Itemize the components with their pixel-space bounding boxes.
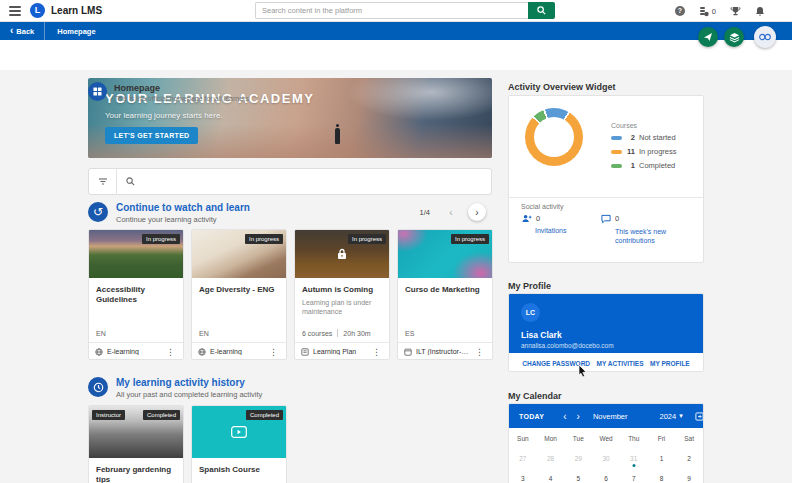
- filter-search-button[interactable]: [117, 169, 144, 194]
- history-section-header: My learning activity history All your pa…: [88, 377, 492, 401]
- course-card[interactable]: In progress Accessibility Guidelines EN …: [88, 229, 184, 360]
- help-icon: ?: [675, 6, 685, 16]
- profile-email: annalisa.colombo@docebo.com: [521, 342, 614, 349]
- calendar-year-dropdown[interactable]: 2024 ▾: [660, 412, 683, 421]
- course-card[interactable]: In progress Age Diversity - ENG EN E-lea…: [191, 229, 287, 360]
- legend-count: 11: [626, 147, 635, 156]
- profile-actions: CHANGE PASSWORD MY ACTIVITIES MY PROFILE: [509, 353, 703, 372]
- history-section-subtitle: All your past and completed learning act…: [116, 390, 262, 399]
- rewards-button[interactable]: [729, 5, 741, 17]
- page-subtitle: This is the official homepage for all le…: [114, 95, 249, 102]
- get-started-button[interactable]: LET'S GET STARTED: [105, 127, 198, 144]
- day-name: Thu: [620, 428, 648, 448]
- dashboard-grid-icon: [93, 87, 102, 96]
- card-menu-button[interactable]: ⋮: [473, 347, 486, 357]
- filter-button[interactable]: [89, 169, 116, 194]
- course-card[interactable]: Instructor Completed February gardening …: [88, 405, 184, 483]
- course-card[interactable]: In progress Curso de Marketing ES ILT (I…: [397, 229, 493, 360]
- invitations-link[interactable]: Invitations: [535, 226, 567, 235]
- continue-section-header: ↺ Continue to watch and learn Continue y…: [88, 202, 492, 226]
- calendar-day-number: 31: [630, 455, 637, 462]
- paper-plane-icon: [703, 32, 713, 42]
- person-add-icon: [521, 214, 532, 223]
- calendar-day[interactable]: 28: [537, 448, 565, 468]
- calendar-day[interactable]: 1: [648, 448, 676, 468]
- calendar-day[interactable]: 2: [675, 448, 703, 468]
- calendar-header: TODAY ‹ › November 2024 ▾: [509, 404, 703, 428]
- day-name: Fri: [648, 428, 676, 448]
- carousel-next-button[interactable]: ›: [468, 203, 486, 221]
- filter-search-input[interactable]: [144, 169, 491, 194]
- social-activity-title: Social activity: [521, 203, 563, 210]
- calendar-day[interactable]: 9: [675, 468, 703, 483]
- calendar-day[interactable]: 4: [537, 468, 565, 483]
- courses-fab-button[interactable]: [724, 27, 744, 47]
- calendar-day[interactable]: 8: [648, 468, 676, 483]
- calendar-month-label: November: [593, 412, 628, 421]
- course-type: E-learning: [210, 348, 263, 355]
- card-menu-button[interactable]: ⋮: [164, 347, 177, 357]
- calendar-next-button[interactable]: ›: [572, 411, 585, 422]
- calendar-day[interactable]: 3: [509, 468, 537, 483]
- notifications-button[interactable]: [754, 5, 766, 17]
- coins-button[interactable]: 0: [699, 6, 716, 17]
- calendar-day[interactable]: 27: [509, 448, 537, 468]
- calendar-prev-button[interactable]: ‹: [558, 411, 571, 422]
- page-title: Homepage: [114, 83, 160, 93]
- calendar-day[interactable]: 7: [620, 468, 648, 483]
- search-button[interactable]: [528, 2, 555, 19]
- calendar-day[interactable]: 6: [592, 468, 620, 483]
- calendar-day[interactable]: 5: [564, 468, 592, 483]
- calendar-day-with-event[interactable]: 31: [620, 448, 648, 468]
- calendar-export-button[interactable]: [695, 412, 704, 421]
- my-activities-link[interactable]: MY ACTIVITIES: [597, 360, 644, 367]
- share-fab-button[interactable]: [698, 27, 718, 47]
- change-password-link[interactable]: CHANGE PASSWORD: [522, 360, 590, 367]
- help-button[interactable]: ?: [674, 5, 686, 17]
- course-thumbnail: In progress: [295, 230, 389, 278]
- trophy-icon: [730, 6, 741, 17]
- brand-logo[interactable]: L: [30, 3, 45, 18]
- brand-name[interactable]: Learn LMS: [51, 5, 102, 16]
- calendar-day[interactable]: 29: [564, 448, 592, 468]
- calendar-day[interactable]: 30: [592, 448, 620, 468]
- contributions-count: 0: [615, 214, 619, 223]
- legend-item: 2 Not started: [611, 133, 677, 142]
- breadcrumb[interactable]: Homepage: [45, 27, 107, 36]
- carousel-prev-button[interactable]: ‹: [442, 203, 460, 221]
- back-button[interactable]: ‹ Back: [0, 22, 44, 40]
- activity-widget-panel: Courses 2 Not started 11 In progress 1 C…: [508, 95, 704, 263]
- filter-search-icon: [126, 177, 135, 186]
- legend-swatch: [611, 136, 622, 140]
- invitations-count: 0: [536, 214, 540, 223]
- top-bar: L Learn LMS ? 0: [0, 0, 792, 22]
- back-label: Back: [16, 27, 34, 36]
- legend-count: 1: [626, 161, 635, 170]
- course-card[interactable]: In progress Autumn is Coming Learning pl…: [294, 229, 390, 360]
- search-input[interactable]: [255, 2, 528, 19]
- learning-plan-icon: [301, 348, 309, 356]
- card-menu-button[interactable]: ⋮: [267, 347, 280, 357]
- continue-section-subtitle: Continue your learning activity: [116, 215, 216, 224]
- card-menu-button[interactable]: ⋮: [370, 347, 383, 357]
- course-card[interactable]: Completed Spanish Course: [191, 405, 287, 483]
- courses-donut: [525, 108, 583, 166]
- calendar-today-button[interactable]: TODAY: [519, 413, 544, 420]
- status-badge: In progress: [142, 234, 180, 244]
- history-clock-icon: [88, 377, 108, 397]
- legend-swatch: [611, 150, 622, 154]
- hamburger-menu-icon[interactable]: [9, 6, 21, 16]
- course-thumbnail: In progress: [192, 230, 286, 278]
- legend-label: Completed: [639, 161, 675, 170]
- my-profile-link[interactable]: MY PROFILE: [650, 360, 690, 367]
- day-name: Tue: [564, 428, 592, 448]
- profile-title: My Profile: [508, 281, 551, 291]
- course-thumbnail: In progress: [398, 230, 492, 278]
- funnel-icon: [98, 177, 108, 186]
- course-type: ILT (Instructor-Led…: [416, 348, 469, 355]
- profile-panel: LC Lisa Clark annalisa.colombo@docebo.co…: [508, 293, 704, 372]
- link-fab-button[interactable]: [754, 26, 776, 48]
- contributions-link[interactable]: This week's new contributions: [615, 227, 695, 246]
- pagination-count: 1/4: [420, 208, 430, 217]
- legend-label: In progress: [639, 147, 677, 156]
